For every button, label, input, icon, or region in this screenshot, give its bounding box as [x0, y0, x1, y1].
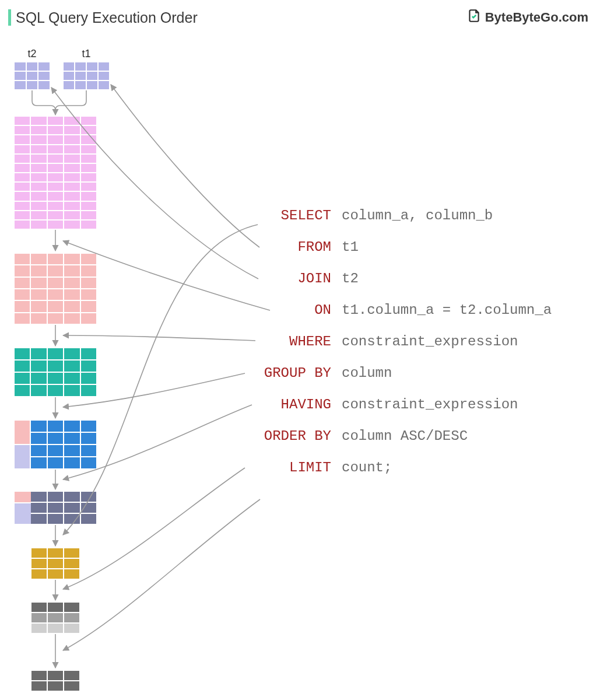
- join_result-grid: [15, 117, 96, 229]
- sql-join: JOINt2: [251, 272, 552, 286]
- orderby-result-grid: [31, 603, 79, 633]
- select_result-grid: [31, 548, 79, 579]
- sql-orderby: ORDER BYcolumn ASC/DESC: [251, 429, 552, 443]
- sql-where: WHEREconstraint_expression: [251, 335, 552, 349]
- groupby-result-grid: [15, 421, 96, 468]
- brand-text: ByteByteGo.com: [485, 10, 588, 25]
- header: SQL Query Execution Order ByteByteGo.com: [0, 0, 600, 27]
- sql-groupby: GROUP BYcolumn: [251, 366, 552, 380]
- having-side-cells: [15, 492, 31, 524]
- page-title: SQL Query Execution Order: [16, 9, 198, 26]
- sql-having: HAVINGconstraint_expression: [251, 398, 552, 412]
- where_result-grid: [15, 348, 96, 396]
- brand: ByteByteGo.com: [466, 8, 588, 27]
- label-t2: t2: [21, 48, 43, 60]
- sql-select: SELECTcolumn_a, column_b: [251, 209, 552, 223]
- sql-limit: LIMITcount;: [251, 461, 552, 475]
- brand-logo-icon: [466, 8, 482, 27]
- label-t1: t1: [75, 48, 97, 60]
- limit_result-grid: [31, 671, 79, 691]
- sql-on: ONt1.column_a = t2.column_a: [251, 303, 552, 317]
- on_result-grid: [15, 254, 96, 324]
- t2-grid: [15, 62, 50, 89]
- accent-bar: [8, 9, 11, 26]
- t1-grid: [64, 62, 109, 89]
- sql-query: SELECTcolumn_a, column_b FROMt1 JOINt2 O…: [251, 209, 552, 492]
- sql-from: FROMt1: [251, 240, 552, 254]
